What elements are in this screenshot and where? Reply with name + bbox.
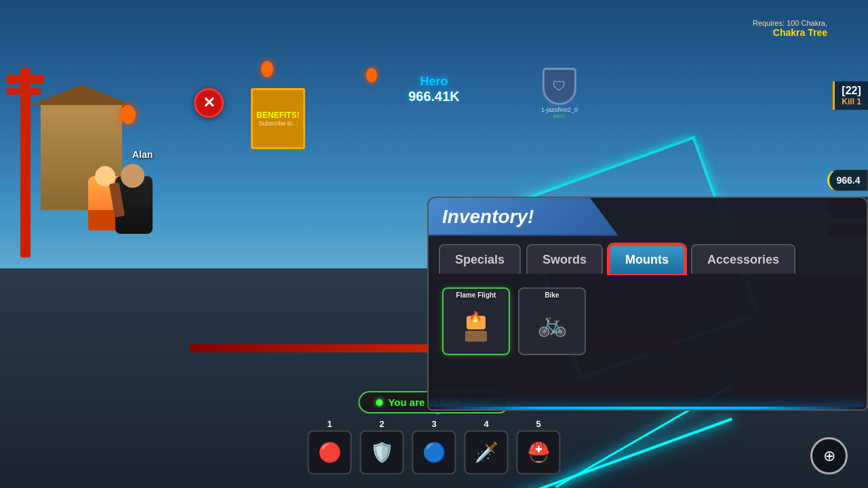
kill-hud: [22] Kill 1 (833, 81, 868, 110)
inventory-title: Inventory! (442, 206, 534, 227)
hotbar-item-2[interactable]: 🛡️ (360, 430, 404, 474)
player-characters (88, 176, 153, 234)
kill-sub: Kill 1 (842, 97, 861, 106)
tab-accessories[interactable]: Accessories (691, 244, 795, 274)
hotbar-item-4[interactable]: 🗡️ (465, 430, 509, 474)
hud-top-center: Hero 966.41K (408, 75, 460, 104)
torii-left-pillar (20, 68, 31, 258)
compass: ⊕ (810, 437, 848, 474)
kill-label: [22] (842, 85, 861, 97)
hotbar-num-2: 2 (379, 419, 384, 429)
hotbar-num-4: 4 (484, 419, 488, 429)
hotbar-item-5[interactable]: ⛑️ (517, 430, 561, 474)
flame-flight-label: Flame Flight (443, 291, 509, 299)
hero-label: Hero (408, 75, 460, 89)
inventory-header: Inventory! (429, 198, 618, 236)
compass-icon: ⊕ (823, 447, 835, 465)
chakra-label: Requires: 100 Chakra, (753, 19, 827, 27)
lantern-1 (121, 105, 136, 124)
lantern-3 (366, 68, 377, 83)
bottom-glow (429, 407, 867, 409)
hotbar-slot-3[interactable]: 3 🔵 (412, 419, 456, 474)
hotbar-item-3[interactable]: 🔵 (412, 430, 456, 474)
shield-hud: 🛡 1-jazofino2_0 6847 (539, 68, 580, 112)
hud-top-right: Requires: 100 Chakra, Chakra Tree (753, 19, 827, 38)
player-name-label: Alan (132, 149, 153, 160)
item-flame-flight[interactable]: Flame Flight 🔥 (442, 287, 510, 355)
hotbar-num-3: 3 (431, 419, 436, 429)
hotbar-slot-5[interactable]: 5 ⛑️ (517, 419, 561, 474)
hotbar-icon-2: 🛡️ (370, 441, 394, 464)
tab-specials[interactable]: Specials (439, 244, 521, 274)
inventory-panel: Inventory! Specials Swords Mounts Access… (427, 197, 868, 411)
benefits-sub: Subscribe to... (258, 120, 298, 127)
hotbar-item-1[interactable]: 🔴 (308, 430, 352, 474)
torii-left-beam (7, 75, 44, 84)
benefits-sign: BENEFITS! Subscribe to... (251, 88, 305, 149)
bike-label: Bike (519, 291, 585, 299)
hotbar-icon-3: 🔵 (422, 441, 446, 464)
score-pill-1: 966.4 (827, 169, 868, 191)
inventory-tabs: Specials Swords Mounts Accessories (429, 236, 867, 274)
flame-flight-icon: 🔥 (465, 306, 487, 342)
item-bike[interactable]: Bike 🚲 (518, 287, 586, 355)
hotbar-num-1: 1 (327, 419, 332, 429)
lantern-2 (261, 61, 273, 77)
hotbar-slot-2[interactable]: 2 🛡️ (360, 419, 404, 474)
close-button[interactable]: ✕ (194, 88, 224, 118)
safe-zone-dot (376, 399, 382, 406)
tab-mounts[interactable]: Mounts (608, 244, 686, 274)
torii-left-beam2 (7, 88, 41, 95)
hotbar-slot-4[interactable]: 4 🗡️ (465, 419, 509, 474)
hotbar-icon-1: 🔴 (318, 441, 342, 464)
bike-icon: 🚲 (537, 310, 568, 338)
hero-value: 966.41K (408, 89, 460, 104)
hotbar: 1 🔴 2 🛡️ 3 🔵 4 🗡️ 5 ⛑️ (308, 419, 561, 474)
benefits-text: BENEFITS! (256, 110, 299, 120)
hotbar-icon-4: 🗡️ (475, 441, 498, 464)
hotbar-icon-5: ⛑️ (527, 441, 551, 464)
tab-swords[interactable]: Swords (526, 244, 603, 274)
hotbar-slot-1[interactable]: 1 🔴 (308, 419, 352, 474)
hotbar-num-5: 5 (536, 419, 540, 429)
chakra-tree: Chakra Tree (753, 27, 827, 38)
inventory-content: Flame Flight 🔥 Bike 🚲 (429, 274, 867, 409)
